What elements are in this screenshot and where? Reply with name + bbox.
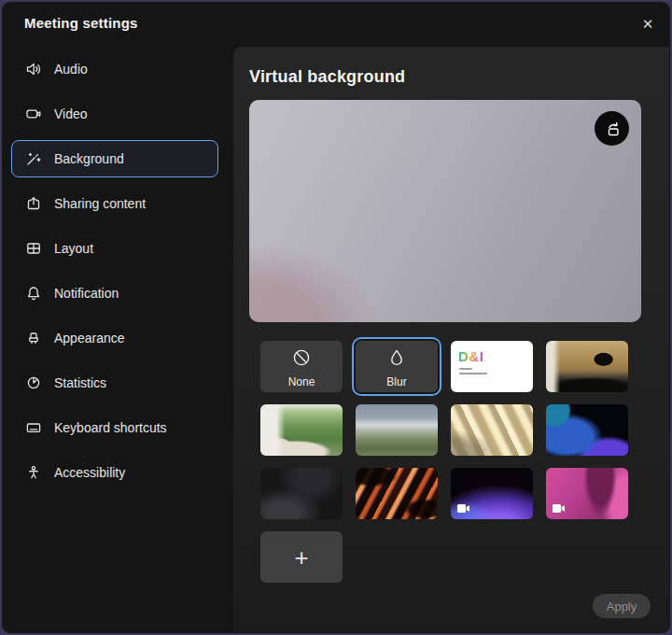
sidebar-item-statistics[interactable]: Statistics: [11, 364, 218, 402]
settings-sidebar: Audio Video Background Sharing content L: [11, 50, 218, 499]
share-screen-icon: [25, 195, 42, 212]
keyboard-icon: [25, 419, 42, 436]
audio-icon: [25, 61, 42, 78]
dni-logo-text: D&I: [458, 348, 483, 364]
sidebar-item-label: Notification: [54, 286, 119, 301]
background-tile-none[interactable]: None: [260, 341, 343, 392]
layout-grid-icon: [25, 240, 42, 257]
sidebar-item-label: Background: [54, 151, 124, 166]
background-tile-office-photo[interactable]: [546, 341, 628, 392]
apply-button[interactable]: Apply: [593, 594, 651, 618]
accessibility-person-icon: [25, 464, 42, 481]
flip-camera-icon: [603, 120, 622, 138]
paintbrush-icon: [25, 330, 42, 346]
background-tile-mountains-photo[interactable]: [356, 404, 438, 456]
dni-logo-tagline: [459, 368, 487, 377]
sidebar-item-label: Layout: [54, 241, 93, 256]
video-camera-icon: [25, 106, 42, 122]
meeting-settings-dialog: Meeting settings ✕ Audio Video Backgroun…: [1, 1, 671, 634]
magic-wand-icon: [25, 150, 42, 167]
sidebar-item-label: Accessibility: [54, 465, 125, 480]
bell-icon: [25, 285, 42, 302]
close-icon[interactable]: ✕: [637, 13, 659, 35]
background-tile-purple-glow-video[interactable]: [451, 468, 533, 519]
background-tile-dni-logo[interactable]: D&I: [451, 341, 533, 392]
dialog-title: Meeting settings: [24, 15, 138, 31]
background-tile-pink-waves-video[interactable]: [546, 468, 628, 519]
sidebar-item-label: Audio: [54, 62, 88, 77]
add-custom-background-button[interactable]: +: [260, 531, 343, 583]
sidebar-item-sharing-content[interactable]: Sharing content: [11, 185, 218, 222]
sidebar-item-accessibility[interactable]: Accessibility: [11, 454, 218, 491]
background-tile-blur[interactable]: Blur: [356, 341, 438, 392]
tile-label: Blur: [356, 375, 438, 388]
panel-title: Virtual background: [249, 67, 405, 87]
sidebar-item-label: Keyboard shortcuts: [54, 420, 167, 435]
background-thumbnail-grid: None Blur D&I: [260, 341, 641, 583]
sidebar-item-background[interactable]: Background: [11, 140, 218, 177]
video-camera-badge-icon: [456, 503, 470, 514]
sidebar-item-appearance[interactable]: Appearance: [11, 319, 218, 357]
flip-camera-button[interactable]: [595, 111, 629, 146]
background-tile-lava[interactable]: [356, 468, 438, 519]
camera-preview: [249, 100, 641, 322]
sidebar-item-video[interactable]: Video: [11, 95, 218, 133]
sidebar-item-label: Statistics: [54, 375, 106, 390]
none-prohibited-icon: [291, 347, 312, 368]
virtual-background-panel: Virtual background None: [233, 47, 669, 632]
background-tile-window-light-photo[interactable]: [451, 404, 533, 456]
sidebar-item-notification[interactable]: Notification: [11, 275, 218, 312]
pie-chart-icon: [25, 374, 42, 391]
sidebar-item-audio[interactable]: Audio: [11, 50, 218, 88]
plus-icon: +: [294, 545, 308, 570]
background-tile-living-room-photo[interactable]: [260, 404, 343, 456]
background-tile-dark-swirl[interactable]: [260, 468, 343, 519]
blur-drop-icon: [386, 347, 407, 368]
sidebar-item-label: Sharing content: [54, 196, 146, 211]
video-camera-badge-icon: [552, 503, 566, 514]
background-tile-abstract-blue[interactable]: [546, 404, 628, 456]
tile-label: None: [260, 375, 343, 388]
sidebar-item-label: Video: [54, 106, 88, 121]
sidebar-item-keyboard-shortcuts[interactable]: Keyboard shortcuts: [11, 409, 218, 446]
sidebar-item-label: Appearance: [54, 331, 125, 346]
sidebar-item-layout[interactable]: Layout: [11, 230, 218, 267]
